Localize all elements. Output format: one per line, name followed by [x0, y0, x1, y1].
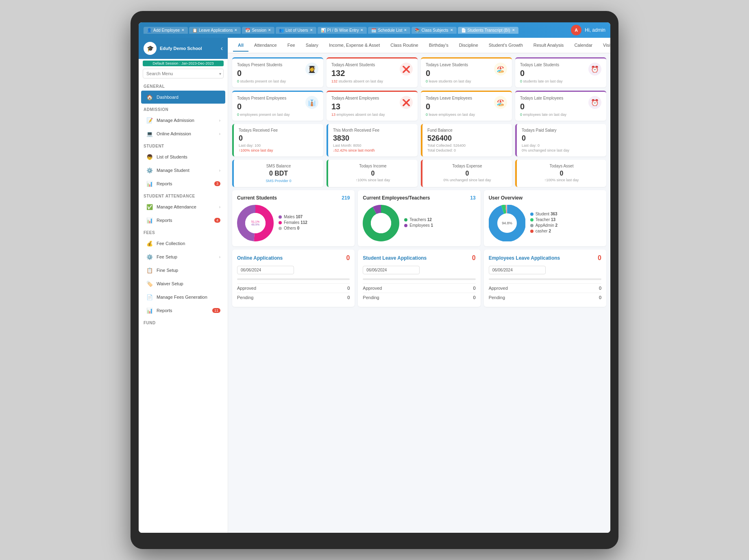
leave-employees-value: 0 [426, 102, 472, 111]
month-received-sub1: Last Month: 8050 [333, 143, 413, 148]
manage-admission-arrow: › [219, 118, 220, 123]
late-students-title: Todays Late Students [520, 63, 559, 67]
stat-leave-students: Todays Leave Students 0 🏖️ 0 leave stude… [421, 57, 512, 87]
tab-class-subjects[interactable]: 📚Class Subjects ✕ [412, 27, 456, 34]
employee-leave-approved-label: Approved [489, 286, 508, 291]
dashboard-icon: 🏠 [146, 93, 153, 101]
tab-add-employee[interactable]: 👤Add Employee ✕ [144, 27, 188, 34]
users-chart-card: User Overview [484, 190, 606, 246]
nav-item-calendar[interactable]: Calendar [569, 39, 597, 52]
paid-salary-value: 0 [522, 134, 601, 143]
search-input[interactable] [143, 69, 224, 78]
stat-late-employees: Todays Late Employees 0 ⏰ 0 employees la… [515, 91, 606, 121]
paid-salary-sub2: 0% unchanged since last day [522, 148, 601, 152]
absent-employees-sub: 13 employees absent on last day [331, 113, 413, 117]
online-admission-icon: 💻 [146, 130, 153, 137]
sidebar-toggle[interactable]: ‹ [221, 45, 223, 52]
absent-students-title: Todays Absent Students [331, 63, 375, 67]
online-app-approved-row: Approved 0 [237, 283, 350, 293]
nav-item-income[interactable]: Income, Expense & Asset [324, 39, 385, 52]
online-app-title: Online Applications [237, 255, 283, 261]
nav-item-all[interactable]: All [233, 39, 248, 52]
todays-expense-card: Todays Expense 0 0% unchanged since last… [421, 160, 512, 187]
nav-item-class-routine[interactable]: Class Routine [385, 39, 423, 52]
sidebar-item-manage-student[interactable]: ⚙️ Manage Student › [141, 164, 225, 177]
present-students-icon: 👩‍🎓 [305, 63, 318, 76]
sidebar-label-fee-setup: Fee Setup [157, 254, 177, 259]
leave-students-sub: 0 leave students on last day [426, 79, 507, 83]
tab-students-transcript[interactable]: 📄Students Transcript (BI) ✕ [458, 27, 518, 34]
admin-label: Hi, admin [585, 27, 605, 33]
todays-income-title: Todays Income [333, 164, 413, 168]
nav-item-salary[interactable]: Salary [301, 39, 323, 52]
sidebar-label-manage-student: Manage Student [157, 168, 189, 173]
nav-item-growth[interactable]: Student's Growth [484, 39, 528, 52]
fee-stats-grid: Todays Received Fee 0 Last day: 100 ↑100… [232, 124, 606, 156]
online-app-date[interactable] [237, 266, 294, 274]
nav-item-visitors[interactable]: Visitor's [598, 39, 610, 52]
session-badge: Default Session : Jan-2023-Dec-2023 [143, 61, 224, 66]
todays-asset-value: 0 [522, 170, 601, 177]
sidebar-item-manage-attendance[interactable]: ✅ Manage Attendance › [141, 200, 225, 213]
section-student: Student [139, 141, 228, 150]
fee-setup-arrow: › [219, 255, 220, 259]
sidebar-item-online-admission[interactable]: 💻 Online Admission › [141, 127, 225, 140]
employee-leave-pending-row: Pending 0 [489, 293, 601, 302]
employee-leave-progress [489, 278, 601, 280]
sidebar-item-fee-setup[interactable]: ⚙️ Fee Setup › [141, 250, 225, 263]
students-pie: 51.1% 48.9% [237, 205, 274, 241]
manage-fees-icon: 📄 [146, 293, 153, 301]
fee-fund-balance: Fund Balance 526400 Total Collected: 526… [421, 124, 512, 156]
online-app-count: 0 [346, 254, 350, 262]
fund-balance-sub2: Total Deducted: 0 [427, 148, 507, 152]
fine-setup-icon: 📋 [146, 267, 153, 274]
nav-item-attendance[interactable]: Attendance [249, 39, 282, 52]
nav-item-result[interactable]: Result Analysis [529, 39, 569, 52]
top-bar: 👤Add Employee ✕ 📋Leave Applications ✕ 📅S… [139, 22, 610, 38]
sidebar-item-list-students[interactable]: 👦 List of Students [141, 150, 225, 163]
student-leave-date[interactable] [363, 266, 420, 274]
paid-salary-sub1: Last day: 0 [522, 143, 601, 148]
charts-row: Current Students 219 [232, 190, 606, 246]
absent-students-value: 132 [331, 69, 375, 78]
top-right: A Hi, admin [571, 25, 605, 35]
sidebar-item-waiver-setup[interactable]: 🏷️ Waiver Setup [141, 277, 225, 290]
sidebar-item-fee-collection[interactable]: 💰 Fee Collection [141, 237, 225, 250]
nav-item-discipline[interactable]: Discipline [454, 39, 483, 52]
tab-session[interactable]: 📅Session ✕ [242, 27, 274, 34]
fees-reports-badge: 11 [212, 308, 220, 313]
sidebar-item-attendance-reports[interactable]: 📊 Reports 4 [141, 214, 225, 227]
nav-item-fee[interactable]: Fee [283, 39, 300, 52]
employee-leave-date[interactable] [489, 266, 546, 274]
todays-asset-card: Todays Asset 0 ↑100% since last day [515, 160, 606, 187]
sidebar-header: 🎓 Edufy Demo School ‹ [139, 38, 228, 59]
nav-item-birthdays[interactable]: Birthday's [424, 39, 453, 52]
sidebar-item-manage-fees[interactable]: 📄 Manage Fees Generation [141, 291, 225, 304]
late-employees-icon: ⏰ [588, 96, 601, 109]
sidebar-item-student-reports[interactable]: 📊 Reports 3 [141, 177, 225, 190]
online-app-progress [237, 278, 350, 280]
search-icon: ▾ [219, 72, 221, 76]
student-stats-grid: Todays Present Students 0 👩‍🎓 0 students… [232, 57, 606, 87]
sidebar-item-fees-reports[interactable]: 📊 Reports 11 [141, 304, 225, 317]
sidebar-item-manage-admission[interactable]: 📝 Manage Admission › [141, 114, 225, 127]
late-students-value: 0 [520, 69, 559, 78]
student-leave-approved-val: 0 [473, 286, 476, 291]
tab-list-of-users[interactable]: 👥List of Users ✕ [276, 27, 316, 34]
tab-pi-bi-entry[interactable]: 📊PI / Bi Wise Entry ✕ [318, 27, 367, 34]
student-leave-title: Student Leave Applications [363, 255, 427, 261]
student-leave-approved-row: Approved 0 [363, 283, 475, 293]
tab-leave-applications[interactable]: 📋Leave Applications ✕ [189, 27, 241, 34]
present-students-sub: 0 students present on last day [237, 79, 318, 83]
sms-balance-value: 0 BDT [239, 170, 318, 177]
month-received-value: 3830 [333, 134, 413, 143]
stat-absent-students: Todays Absent Students 132 ❌ 132 student… [327, 57, 418, 87]
sidebar-label-list-students: List of Students [157, 154, 187, 159]
online-admission-arrow: › [219, 132, 220, 136]
student-leave-pending-label: Pending [363, 295, 379, 300]
tab-schedule-list[interactable]: 🗓️Schedule List ✕ [368, 27, 410, 34]
paid-salary-title: Todays Paid Salary [522, 128, 601, 132]
online-app-approved-label: Approved [237, 286, 256, 291]
sidebar-item-fine-setup[interactable]: 📋 Fine Setup [141, 264, 225, 277]
sidebar-item-dashboard[interactable]: 🏠 Dashboard [141, 91, 225, 104]
